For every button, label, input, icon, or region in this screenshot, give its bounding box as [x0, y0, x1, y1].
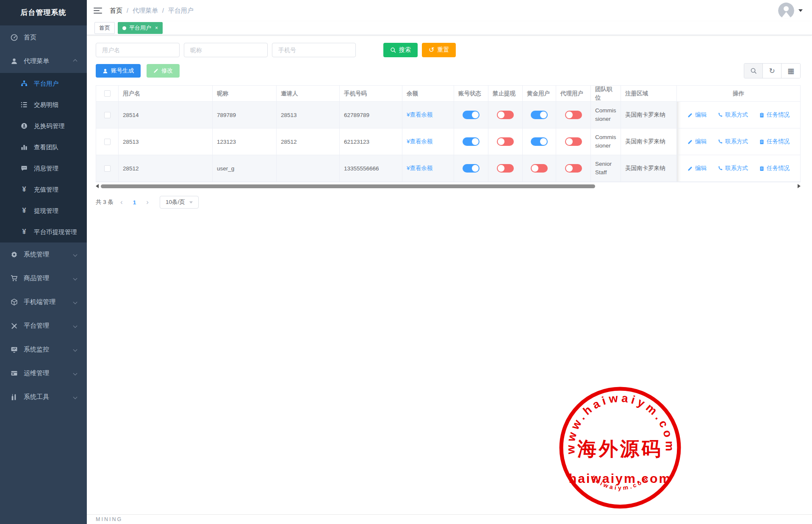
sidebar-item-label: 运维管理: [24, 369, 49, 377]
avatar[interactable]: [778, 3, 794, 19]
task-icon: [759, 112, 765, 118]
footer-text: MINING: [96, 516, 122, 522]
phone-icon: [718, 139, 723, 145]
col-inviter: 邀请人: [277, 86, 340, 102]
phone-icon: [718, 112, 723, 118]
horizontal-scrollbar[interactable]: [96, 183, 801, 189]
sidebar-item-label: 首页: [24, 33, 36, 42]
contact-link[interactable]: 联系方式: [718, 111, 748, 119]
edit-link[interactable]: 编辑: [687, 138, 707, 145]
sidebar-item-home[interactable]: 首页: [0, 25, 87, 49]
account-status-toggle[interactable]: [463, 164, 479, 173]
generate-account-button[interactable]: 账号生成: [96, 64, 141, 78]
breadcrumb-separator: /: [162, 7, 164, 14]
task-icon: [759, 139, 765, 145]
account-status-toggle[interactable]: [463, 111, 479, 119]
sidebar-item-system-mgmt[interactable]: 系统管理: [0, 242, 87, 266]
contact-link[interactable]: 联系方式: [718, 164, 748, 172]
agent-user-toggle[interactable]: [565, 164, 582, 173]
forbid-withdraw-toggle[interactable]: [497, 111, 514, 119]
modify-button[interactable]: 修改: [147, 64, 180, 78]
search-button[interactable]: 搜索: [383, 43, 418, 57]
sidebar-item-label: 平台币提现管理: [34, 228, 77, 236]
agent-user-toggle[interactable]: [565, 111, 582, 119]
sidebar-item-recharge[interactable]: ¥ 充值管理: [0, 179, 87, 200]
sidebar-item-platform-mgmt[interactable]: 平台管理: [0, 314, 87, 337]
gold-user-toggle[interactable]: [531, 164, 548, 173]
hamburger-icon[interactable]: [94, 6, 102, 15]
col-balance: 余额: [402, 86, 454, 102]
task-link[interactable]: 任务情况: [759, 138, 790, 145]
scroll-left-icon[interactable]: [96, 184, 99, 188]
cell-inviter: 28512: [277, 128, 340, 155]
sidebar-item-platform-users[interactable]: 平台用户: [0, 73, 87, 94]
row-checkbox[interactable]: [104, 165, 111, 172]
table-settings-group: ↻ ▦: [744, 63, 801, 78]
sidebar-item-messages[interactable]: 消息管理: [0, 158, 87, 179]
gold-user-toggle[interactable]: [531, 137, 548, 146]
sidebar-item-redeem-codes[interactable]: 兑换码管理: [0, 115, 87, 137]
scroll-right-icon[interactable]: [798, 184, 801, 188]
chevron-down-icon: [73, 323, 78, 328]
prev-page-button[interactable]: ‹: [117, 198, 126, 206]
stamp-sub-text: haiwaiym.com: [569, 471, 672, 485]
page-number[interactable]: 1: [130, 199, 140, 206]
page-content: 搜索 ↺ 重置 账号生成 修改: [87, 35, 812, 209]
sidebar-item-label: 商品管理: [24, 274, 49, 282]
phone-input[interactable]: [272, 43, 356, 57]
caret-down-icon[interactable]: [798, 9, 803, 12]
sidebar-item-system-tools[interactable]: 系统工具: [0, 385, 87, 409]
chevron-down-icon: [73, 395, 78, 399]
sidebar-item-view-team[interactable]: 查看团队: [0, 137, 87, 158]
refresh-icon[interactable]: ↻: [763, 64, 782, 78]
nickname-input[interactable]: [184, 43, 268, 57]
sidebar-item-mobile-mgmt[interactable]: 手机端管理: [0, 290, 87, 314]
breadcrumb-agent-menu[interactable]: 代理菜单: [133, 7, 158, 15]
search-toggle-icon[interactable]: [744, 64, 763, 78]
sidebar-item-product-mgmt[interactable]: 商品管理: [0, 266, 87, 290]
cell-nickname: 789789: [213, 102, 277, 128]
forbid-withdraw-toggle[interactable]: [497, 137, 514, 146]
sidebar-item-ops-mgmt[interactable]: 运维管理: [0, 361, 87, 385]
col-region: 注册区域: [621, 86, 677, 102]
reset-button[interactable]: ↺ 重置: [422, 43, 456, 57]
table-header-row: 用户名 昵称 邀请人 手机号码 余额 账号状态 禁止提现 黄金用户 代理用户 团…: [96, 86, 800, 102]
total-count: 共 3 条: [96, 198, 114, 206]
sidebar-item-label: 查看团队: [34, 143, 58, 151]
breadcrumb-home[interactable]: 首页: [110, 7, 122, 15]
task-link[interactable]: 任务情况: [759, 164, 790, 172]
username-input[interactable]: [96, 43, 180, 57]
table-row: 28514 789789 28513 62789789 ¥查看余额 Commis…: [96, 102, 800, 128]
edit-link[interactable]: 编辑: [687, 164, 707, 172]
table-row: 28512 user_g 13355556666 ¥查看余额 Senior St…: [96, 155, 800, 182]
cell-team-position: Commissioner: [591, 102, 621, 128]
view-balance-link[interactable]: ¥查看余额: [407, 138, 433, 145]
forbid-withdraw-toggle[interactable]: [497, 164, 514, 173]
gold-user-toggle[interactable]: [531, 111, 548, 119]
task-link[interactable]: 任务情况: [759, 111, 790, 119]
agent-user-toggle[interactable]: [565, 137, 582, 146]
app-title: 后台管理系统: [0, 0, 87, 25]
account-status-toggle[interactable]: [463, 137, 479, 146]
contact-link[interactable]: 联系方式: [718, 138, 748, 145]
page-size-select[interactable]: 10条/页: [160, 196, 199, 209]
sidebar-item-agent-menu[interactable]: 代理菜单: [0, 49, 87, 73]
user-menu[interactable]: [778, 3, 803, 19]
grid-columns-icon[interactable]: ▦: [782, 64, 800, 78]
view-balance-link[interactable]: ¥查看余额: [407, 164, 433, 172]
row-checkbox[interactable]: [104, 112, 111, 118]
next-page-button[interactable]: ›: [143, 198, 152, 206]
row-checkbox[interactable]: [104, 139, 111, 145]
view-balance-link[interactable]: ¥查看余额: [407, 111, 433, 119]
sidebar-item-transactions[interactable]: 交易明细: [0, 94, 87, 115]
edit-link[interactable]: 编辑: [687, 111, 707, 119]
scrollbar-track[interactable]: [100, 184, 796, 188]
sidebar-item-withdraw[interactable]: ¥ 提现管理: [0, 200, 87, 221]
tab-home[interactable]: 首页: [94, 22, 115, 34]
select-all-checkbox[interactable]: [104, 90, 111, 97]
sidebar-item-system-monitor[interactable]: 系统监控: [0, 337, 87, 361]
sidebar-item-platform-coin-withdraw[interactable]: ¥ 平台币提现管理: [0, 221, 87, 242]
scrollbar-thumb[interactable]: [101, 184, 595, 188]
tab-platform-users[interactable]: 平台用户 ×: [118, 22, 163, 34]
close-icon[interactable]: ×: [155, 25, 158, 31]
